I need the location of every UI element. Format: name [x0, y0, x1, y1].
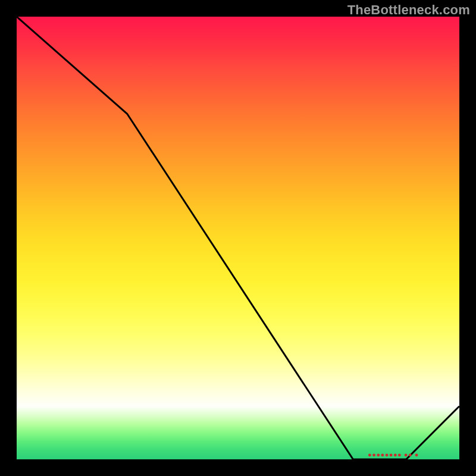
chart-svg: ●●●●●●●● ●● ● — [17, 17, 459, 459]
chart-container: ●●●●●●●● ●● ● TheBottleneck.com — [0, 0, 476, 476]
watermark: TheBottleneck.com — [347, 2, 470, 18]
curve-marker: ●●●●●●●● ●● ● — [368, 451, 419, 458]
plot-area: ●●●●●●●● ●● ● — [17, 17, 459, 459]
primary-curve — [17, 17, 459, 459]
